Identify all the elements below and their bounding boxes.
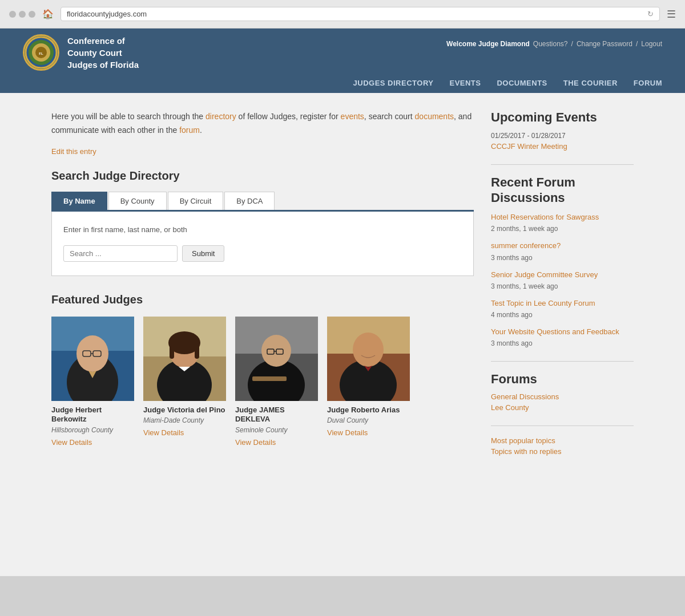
recent-forum-section: Recent Forum Discussions Hotel Reservati…	[491, 175, 634, 347]
forum-link-test-topic[interactable]: Test Topic in Lee County Forum	[491, 298, 634, 309]
tab-by-county[interactable]: By County	[108, 192, 167, 210]
forum-item: Hotel Reservations for Sawgrass 2 months…	[491, 212, 634, 233]
forum-time: 2 months, 1 week ago	[491, 225, 558, 233]
tab-by-circuit[interactable]: By Circuit	[168, 192, 224, 210]
search-hint: Enter in first name, last name, or both	[63, 225, 462, 234]
search-row: Submit	[63, 245, 462, 262]
browser-chrome: 🏠 floridacountyjudges.com ↻ ☰	[0, 0, 685, 29]
forum-time: 3 months ago	[491, 339, 533, 347]
view-details-link[interactable]: View Details	[235, 438, 276, 447]
judge-name: Judge Victoria del Pino	[143, 406, 226, 415]
home-icon[interactable]: 🏠	[42, 9, 54, 19]
edit-entry-link[interactable]: Edit this entry	[51, 147, 96, 156]
directory-link[interactable]: directory	[206, 112, 236, 121]
judge-county: Hillsborough County	[51, 426, 134, 434]
judge-card: Judge Victoria del Pino Miami-Dade Count…	[143, 317, 226, 447]
main-content: Here you will be able to search through …	[40, 93, 645, 475]
popular-links-section: Most popular topics Topics with no repli…	[491, 436, 634, 456]
browser-dot-green	[29, 11, 35, 18]
event-date: 01/25/2017 - 01/28/2017	[491, 132, 634, 140]
logout-link[interactable]: Logout	[641, 40, 662, 48]
view-details-link[interactable]: View Details	[143, 428, 184, 437]
view-details-link[interactable]: View Details	[51, 438, 92, 447]
svg-point-32	[353, 333, 384, 367]
judge-name: Judge Roberto Arias	[327, 406, 410, 415]
event-cccjf-link[interactable]: CCCJF Winter Meeting	[491, 142, 634, 151]
header-user-bar: Welcome Judge Diamond Questions? / Chang…	[446, 34, 662, 48]
featured-judges-title: Featured Judges	[51, 293, 474, 306]
events-link[interactable]: events	[341, 112, 364, 121]
header-nav: JUDGES DIRECTORY EVENTS DOCUMENTS THE CO…	[23, 71, 662, 93]
nav-the-courier[interactable]: THE COURIER	[563, 79, 618, 87]
judges-grid: Judge Herbert Berkowitz Hillsborough Cou…	[51, 317, 474, 447]
forum-time: 3 months, 1 week ago	[491, 282, 558, 290]
forum-item: summer conference? 3 months ago	[491, 241, 634, 261]
judge-photo-berkowitz	[51, 317, 134, 401]
nav-judges-directory[interactable]: JUDGES DIRECTORY	[353, 79, 434, 87]
url-bar[interactable]: floridacountyjudges.com ↻	[61, 7, 660, 21]
left-content: Here you will be able to search through …	[51, 110, 474, 458]
upcoming-events-title: Upcoming Events	[491, 110, 634, 125]
judge-photo-dekleva	[235, 317, 318, 401]
forum-item: Your Website Questions and Feedback 3 mo…	[491, 327, 634, 347]
change-password-link[interactable]: Change Password	[577, 40, 632, 48]
documents-link[interactable]: documents	[415, 112, 454, 121]
logo-text: Conference of County Court Judges of Flo…	[67, 35, 139, 71]
view-details-link[interactable]: View Details	[327, 428, 368, 437]
forum-time: 3 months ago	[491, 254, 533, 262]
judge-photo-delpino	[143, 317, 226, 401]
svg-rect-18	[170, 343, 174, 359]
sidebar-divider-2	[491, 361, 634, 362]
reload-icon[interactable]: ↻	[647, 10, 654, 18]
judge-county: Seminole County	[235, 426, 318, 434]
judge-name: Judge Herbert Berkowitz	[51, 406, 134, 425]
browser-menu-icon[interactable]: ☰	[667, 8, 676, 21]
judge-photo-arias	[327, 317, 410, 401]
forum-link-senior-judge[interactable]: Senior Judge Committee Survey	[491, 270, 634, 280]
upcoming-events-section: Upcoming Events 01/25/2017 - 01/28/2017 …	[491, 110, 634, 151]
forum-lee-county-link[interactable]: Lee County	[491, 403, 634, 412]
judge-county: Miami-Dade County	[143, 416, 226, 424]
browser-dot-red	[9, 11, 16, 18]
nav-documents[interactable]: DOCUMENTS	[497, 79, 547, 87]
site-header: FL Conference of County Court Judges of …	[0, 29, 685, 93]
most-popular-topics-link[interactable]: Most popular topics	[491, 436, 634, 445]
sidebar-divider-1	[491, 164, 634, 165]
nav-forum[interactable]: FORUM	[634, 79, 662, 87]
svg-rect-28	[252, 376, 287, 381]
judge-card: Judge JAMES DEKLEVA Seminole County View…	[235, 317, 318, 447]
search-section-title: Search Judge Directory	[51, 169, 474, 183]
search-box: Enter in first name, last name, or both …	[51, 212, 474, 276]
questions-link[interactable]: Questions?	[533, 40, 568, 48]
tab-by-dca[interactable]: By DCA	[224, 192, 275, 210]
forum-item: Senior Judge Committee Survey 3 months, …	[491, 270, 634, 290]
forums-title: Forums	[491, 372, 634, 387]
forum-link-hotel[interactable]: Hotel Reservations for Sawgrass	[491, 212, 634, 222]
site-wrapper: FL Conference of County Court Judges of …	[0, 29, 685, 576]
logo-seal: FL	[23, 34, 59, 71]
url-text: floridacountyjudges.com	[67, 10, 147, 18]
tab-by-name[interactable]: By Name	[51, 192, 107, 210]
forum-link-summer[interactable]: summer conference?	[491, 241, 634, 251]
welcome-text: Welcome Judge Diamond	[446, 40, 530, 48]
browser-dot-yellow	[19, 11, 26, 18]
search-input[interactable]	[63, 245, 178, 262]
forum-general-discussions-link[interactable]: General Discussions	[491, 392, 634, 401]
browser-dots	[9, 11, 35, 18]
judge-card: Judge Herbert Berkowitz Hillsborough Cou…	[51, 317, 134, 447]
right-sidebar: Upcoming Events 01/25/2017 - 01/28/2017 …	[491, 110, 634, 458]
judge-county: Duval County	[327, 416, 410, 424]
forum-time: 4 months ago	[491, 311, 533, 319]
search-submit-button[interactable]: Submit	[182, 245, 224, 262]
header-top: FL Conference of County Court Judges of …	[23, 29, 662, 71]
header-logo: FL Conference of County Court Judges of …	[23, 34, 139, 71]
forum-item: Test Topic in Lee County Forum 4 months …	[491, 298, 634, 319]
forum-link[interactable]: forum	[179, 125, 200, 135]
sidebar-divider-3	[491, 425, 634, 426]
topics-no-replies-link[interactable]: Topics with no replies	[491, 447, 634, 456]
intro-paragraph: Here you will be able to search through …	[51, 110, 474, 137]
forum-link-website-questions[interactable]: Your Website Questions and Feedback	[491, 327, 634, 337]
svg-rect-19	[195, 343, 199, 359]
judge-card: Judge Roberto Arias Duval County View De…	[327, 317, 410, 447]
nav-events[interactable]: EVENTS	[449, 79, 481, 87]
